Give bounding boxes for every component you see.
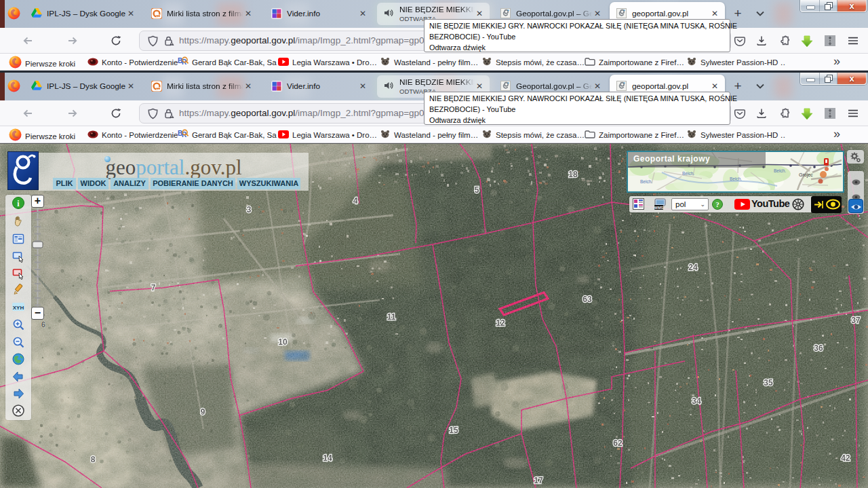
svg-text:Bełch.: Bełch. — [774, 168, 786, 173]
svg-text:?: ? — [715, 200, 719, 208]
svg-text:XYH: XYH — [13, 305, 24, 311]
svg-text:Bełch.: Bełch. — [682, 171, 694, 176]
svg-text:WMS: WMS — [654, 206, 664, 210]
svg-text:Bełch.: Bełch. — [640, 179, 652, 184]
svg-text:Grojec: Grojec — [799, 172, 813, 178]
